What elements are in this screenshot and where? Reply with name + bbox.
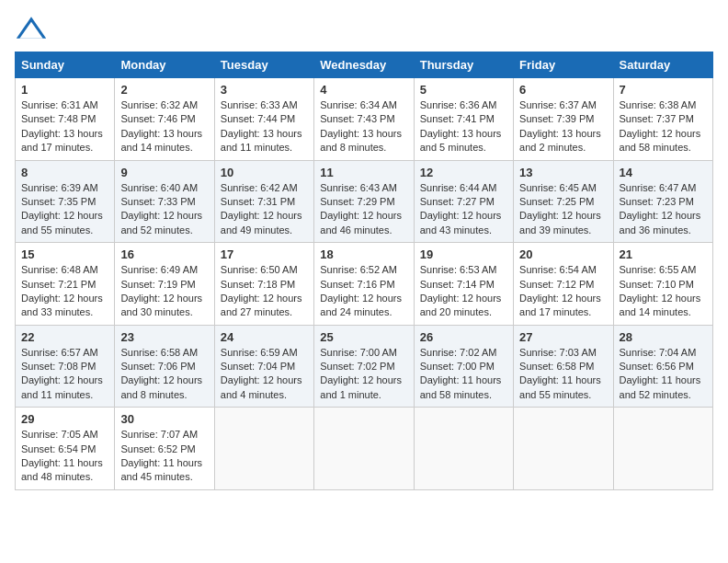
calendar-cell: 27Sunrise: 7:03 AMSunset: 6:58 PMDayligh… bbox=[514, 325, 613, 408]
calendar-cell: 26Sunrise: 7:02 AMSunset: 7:00 PMDayligh… bbox=[414, 325, 513, 408]
calendar-cell: 23Sunrise: 6:58 AMSunset: 7:06 PMDayligh… bbox=[115, 325, 214, 408]
cell-info: Sunrise: 6:42 AMSunset: 7:31 PMDaylight:… bbox=[221, 181, 308, 238]
calendar-cell: 8Sunrise: 6:39 AMSunset: 7:35 PMDaylight… bbox=[16, 160, 115, 243]
sunset-text: Sunset: 7:41 PM bbox=[420, 113, 495, 124]
sunset-text: Sunset: 7:43 PM bbox=[320, 113, 394, 124]
calendar-cell bbox=[214, 408, 313, 490]
weekday-header-sunday: Sunday bbox=[16, 52, 115, 78]
sunrise-text: Sunrise: 6:49 AM bbox=[120, 264, 198, 275]
day-number: 18 bbox=[320, 247, 407, 261]
sunset-text: Sunset: 7:31 PM bbox=[221, 196, 295, 207]
sunset-text: Sunset: 7:19 PM bbox=[120, 279, 195, 290]
cell-info: Sunrise: 6:44 AMSunset: 7:27 PMDaylight:… bbox=[420, 181, 507, 238]
sunset-text: Sunset: 6:58 PM bbox=[519, 361, 594, 372]
daylight-text: Daylight: 13 hours and 2 minutes. bbox=[519, 128, 601, 153]
sunset-text: Sunset: 7:14 PM bbox=[420, 279, 495, 290]
cell-info: Sunrise: 6:39 AMSunset: 7:35 PMDaylight:… bbox=[21, 181, 108, 238]
sunset-text: Sunset: 7:35 PM bbox=[21, 196, 96, 207]
weekday-header-thursday: Thursday bbox=[414, 52, 513, 78]
day-number: 3 bbox=[221, 83, 308, 97]
sunset-text: Sunset: 7:10 PM bbox=[620, 279, 694, 290]
daylight-text: Daylight: 12 hours and 24 minutes. bbox=[320, 293, 402, 317]
day-number: 1 bbox=[21, 83, 108, 97]
sunrise-text: Sunrise: 6:58 AM bbox=[120, 347, 198, 358]
daylight-text: Daylight: 12 hours and 17 minutes. bbox=[519, 293, 601, 317]
sunrise-text: Sunrise: 6:42 AM bbox=[221, 182, 298, 193]
calendar-cell: 5Sunrise: 6:36 AMSunset: 7:41 PMDaylight… bbox=[414, 78, 513, 161]
sunset-text: Sunset: 7:46 PM bbox=[120, 113, 195, 124]
daylight-text: Daylight: 12 hours and 11 minutes. bbox=[21, 374, 103, 399]
day-number: 13 bbox=[519, 166, 607, 179]
calendar-cell: 22Sunrise: 6:57 AMSunset: 7:08 PMDayligh… bbox=[16, 325, 115, 408]
weekday-header-monday: Monday bbox=[115, 52, 214, 78]
sunset-text: Sunset: 7:08 PM bbox=[21, 361, 96, 372]
day-number: 25 bbox=[320, 330, 407, 344]
calendar-cell: 14Sunrise: 6:47 AMSunset: 7:23 PMDayligh… bbox=[613, 160, 712, 243]
cell-info: Sunrise: 6:50 AMSunset: 7:18 PMDaylight:… bbox=[221, 263, 308, 320]
cell-info: Sunrise: 6:53 AMSunset: 7:14 PMDaylight:… bbox=[420, 263, 507, 320]
sunrise-text: Sunrise: 6:59 AM bbox=[221, 347, 298, 358]
day-number: 24 bbox=[221, 330, 308, 344]
cell-info: Sunrise: 6:48 AMSunset: 7:21 PMDaylight:… bbox=[21, 263, 108, 320]
cell-info: Sunrise: 7:00 AMSunset: 7:02 PMDaylight:… bbox=[320, 346, 407, 403]
day-number: 7 bbox=[620, 83, 707, 97]
calendar-cell: 16Sunrise: 6:49 AMSunset: 7:19 PMDayligh… bbox=[115, 243, 214, 326]
page-header bbox=[15, 15, 713, 40]
sunset-text: Sunset: 7:27 PM bbox=[420, 196, 495, 207]
calendar-cell: 1Sunrise: 6:31 AMSunset: 7:48 PMDaylight… bbox=[16, 78, 115, 161]
sunrise-text: Sunrise: 6:34 AM bbox=[320, 99, 397, 110]
day-number: 9 bbox=[120, 166, 208, 179]
daylight-text: Daylight: 11 hours and 48 minutes. bbox=[21, 457, 103, 482]
sunrise-text: Sunrise: 6:32 AM bbox=[120, 99, 198, 110]
cell-info: Sunrise: 6:49 AMSunset: 7:19 PMDaylight:… bbox=[120, 263, 208, 320]
calendar-cell: 2Sunrise: 6:32 AMSunset: 7:46 PMDaylight… bbox=[115, 78, 214, 161]
calendar-cell: 6Sunrise: 6:37 AMSunset: 7:39 PMDaylight… bbox=[514, 78, 613, 161]
day-number: 19 bbox=[420, 247, 507, 261]
daylight-text: Daylight: 11 hours and 52 minutes. bbox=[620, 374, 701, 399]
calendar-cell: 11Sunrise: 6:43 AMSunset: 7:29 PMDayligh… bbox=[314, 160, 414, 243]
sunrise-text: Sunrise: 6:45 AM bbox=[519, 182, 597, 193]
sunrise-text: Sunrise: 7:03 AM bbox=[519, 347, 597, 358]
daylight-text: Daylight: 12 hours and 4 minutes. bbox=[221, 374, 302, 399]
calendar-cell: 13Sunrise: 6:45 AMSunset: 7:25 PMDayligh… bbox=[514, 160, 613, 243]
sunset-text: Sunset: 7:23 PM bbox=[620, 196, 694, 207]
daylight-text: Daylight: 11 hours and 45 minutes. bbox=[120, 457, 202, 482]
cell-info: Sunrise: 6:40 AMSunset: 7:33 PMDaylight:… bbox=[120, 181, 208, 238]
sunrise-text: Sunrise: 6:36 AM bbox=[420, 99, 497, 110]
daylight-text: Daylight: 12 hours and 27 minutes. bbox=[221, 293, 302, 317]
cell-info: Sunrise: 6:57 AMSunset: 7:08 PMDaylight:… bbox=[21, 346, 108, 403]
day-number: 30 bbox=[120, 412, 208, 426]
cell-info: Sunrise: 6:55 AMSunset: 7:10 PMDaylight:… bbox=[620, 263, 707, 320]
daylight-text: Daylight: 12 hours and 30 minutes. bbox=[120, 293, 202, 317]
cell-info: Sunrise: 6:52 AMSunset: 7:16 PMDaylight:… bbox=[320, 263, 407, 320]
daylight-text: Daylight: 13 hours and 11 minutes. bbox=[221, 128, 302, 153]
sunset-text: Sunset: 7:37 PM bbox=[620, 113, 694, 124]
calendar-cell: 9Sunrise: 6:40 AMSunset: 7:33 PMDaylight… bbox=[115, 160, 214, 243]
sunset-text: Sunset: 6:52 PM bbox=[120, 443, 195, 454]
cell-info: Sunrise: 7:03 AMSunset: 6:58 PMDaylight:… bbox=[519, 346, 607, 403]
daylight-text: Daylight: 13 hours and 8 minutes. bbox=[320, 128, 402, 153]
sunset-text: Sunset: 7:00 PM bbox=[420, 361, 495, 372]
sunset-text: Sunset: 7:06 PM bbox=[120, 361, 195, 372]
logo bbox=[15, 15, 51, 40]
sunrise-text: Sunrise: 7:07 AM bbox=[120, 429, 198, 440]
weekday-header-saturday: Saturday bbox=[613, 52, 712, 78]
cell-info: Sunrise: 6:59 AMSunset: 7:04 PMDaylight:… bbox=[221, 346, 308, 403]
sunrise-text: Sunrise: 6:53 AM bbox=[420, 264, 497, 275]
calendar-cell: 12Sunrise: 6:44 AMSunset: 7:27 PMDayligh… bbox=[414, 160, 513, 243]
calendar-cell: 25Sunrise: 7:00 AMSunset: 7:02 PMDayligh… bbox=[314, 325, 414, 408]
cell-info: Sunrise: 6:34 AMSunset: 7:43 PMDaylight:… bbox=[320, 98, 407, 155]
weekday-header-tuesday: Tuesday bbox=[214, 52, 313, 78]
daylight-text: Daylight: 12 hours and 39 minutes. bbox=[519, 210, 601, 235]
calendar-cell: 30Sunrise: 7:07 AMSunset: 6:52 PMDayligh… bbox=[115, 408, 214, 490]
weekday-header-wednesday: Wednesday bbox=[314, 52, 414, 78]
calendar-cell: 24Sunrise: 6:59 AMSunset: 7:04 PMDayligh… bbox=[214, 325, 313, 408]
daylight-text: Daylight: 12 hours and 20 minutes. bbox=[420, 293, 502, 317]
calendar-cell: 3Sunrise: 6:33 AMSunset: 7:44 PMDaylight… bbox=[214, 78, 313, 161]
sunrise-text: Sunrise: 6:57 AM bbox=[21, 347, 98, 358]
cell-info: Sunrise: 6:38 AMSunset: 7:37 PMDaylight:… bbox=[620, 98, 707, 155]
sunset-text: Sunset: 7:21 PM bbox=[21, 279, 96, 290]
daylight-text: Daylight: 12 hours and 33 minutes. bbox=[21, 293, 103, 317]
cell-info: Sunrise: 7:04 AMSunset: 6:56 PMDaylight:… bbox=[620, 346, 707, 403]
day-number: 28 bbox=[620, 330, 707, 344]
